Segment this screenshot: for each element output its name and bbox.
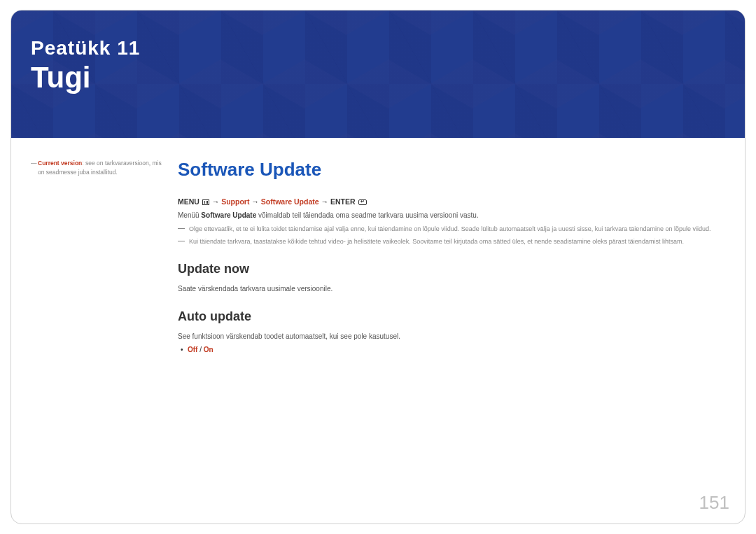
- chapter-label: Peatükk 11: [31, 37, 725, 59]
- option-sep: /: [197, 346, 203, 353]
- menu-software-update: Software Update: [261, 197, 319, 206]
- content-area: ― Current version: see on tarkvaraversio…: [11, 138, 745, 353]
- menu-label: MENU: [178, 197, 200, 206]
- auto-update-title: Auto update: [178, 309, 725, 324]
- option-on: On: [204, 346, 214, 353]
- main-content: Software Update MENU → Support → Softwar…: [178, 159, 725, 353]
- intro-text: Menüü Software Update võimaldab teil täi…: [178, 210, 725, 220]
- dash-icon: [178, 228, 185, 229]
- note-dash-icon: ―: [31, 159, 37, 168]
- update-now-title: Update now: [178, 262, 725, 276]
- intro-post: võimaldab teil täiendada oma seadme tark…: [256, 211, 478, 219]
- note-1-text: Olge ettevaatlik, et te ei lülita toidet…: [189, 225, 710, 232]
- option-off: Off: [188, 346, 197, 353]
- auto-update-options: Off / On: [178, 346, 725, 353]
- note-2-text: Kui täiendate tarkvara, taastatakse kõik…: [189, 238, 684, 245]
- intro-bold: Software Update: [201, 211, 256, 219]
- note-2: Kui täiendate tarkvara, taastatakse kõik…: [178, 237, 725, 247]
- chapter-header: Peatükk 11 Tugi: [11, 10, 745, 138]
- section-title: Software Update: [178, 159, 725, 181]
- page-number: 151: [699, 492, 729, 514]
- sidebar-note: ― Current version: see on tarkvaraversio…: [31, 159, 165, 177]
- sidebar-note-highlight: Current version: [38, 160, 82, 167]
- auto-update-text: See funktsioon värskendab toodet automaa…: [178, 331, 725, 342]
- menu-support: Support: [221, 197, 249, 206]
- intro-pre: Menüü: [178, 211, 201, 219]
- enter-icon: [358, 199, 367, 205]
- arrow-2: →: [251, 197, 259, 206]
- menu-path: MENU → Support → Software Update → ENTER: [178, 197, 725, 206]
- arrow-1: →: [212, 197, 220, 206]
- dash-icon: [178, 241, 185, 241]
- sidebar: ― Current version: see on tarkvaraversio…: [31, 159, 178, 353]
- arrow-3: →: [321, 197, 329, 206]
- chapter-title: Tugi: [31, 61, 725, 94]
- enter-label: ENTER: [330, 197, 356, 206]
- menu-icon: [202, 199, 209, 205]
- note-1: Olge ettevaatlik, et te ei lülita toidet…: [178, 225, 725, 234]
- page-container: Peatükk 11 Tugi ― Current version: see o…: [10, 10, 746, 524]
- update-now-text: Saate värskendada tarkvara uusimale vers…: [178, 283, 725, 294]
